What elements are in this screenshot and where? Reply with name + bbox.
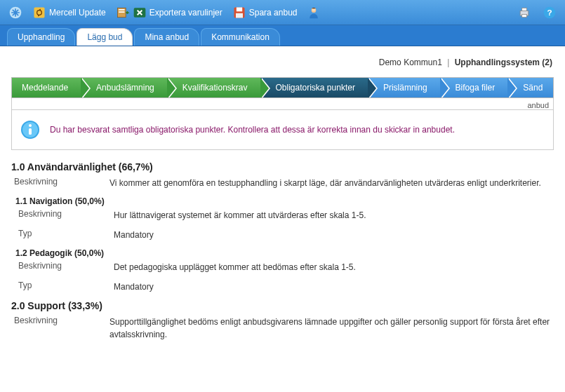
toolbar-label: Mercell Update [49, 8, 106, 18]
info-box: Du har besvarat samtliga obligatoriska p… [11, 109, 554, 150]
svg-rect-7 [237, 7, 242, 11]
kv-row: Beskrivning Supporttillgänglighet bedöms… [11, 316, 554, 341]
toolbar-left: Mercell Update Exportera varulinjer Spar… [6, 4, 514, 21]
wizard-step-anbudslamning[interactable]: Anbudslämning [81, 78, 167, 97]
label-typ: Typ [15, 281, 114, 290]
section-title: 1.0 Användarvänlighet (66,7%) [11, 161, 554, 173]
svg-rect-19 [29, 128, 32, 135]
sub-type: Mandatory [114, 229, 554, 241]
export-lines-button[interactable]: Exportera varulinjer [113, 4, 225, 21]
export-icon [116, 6, 130, 20]
tab-kommunikation[interactable]: Kommunikation [201, 28, 280, 46]
kv-row: Beskrivning Det pedagogiska upplägget ko… [15, 261, 554, 273]
svg-text:?: ? [547, 8, 552, 17]
save-bid-button[interactable]: Spara anbud [230, 4, 300, 21]
print-button[interactable] [514, 4, 534, 21]
svg-rect-4 [119, 11, 124, 13]
user-icon[interactable] [304, 4, 324, 21]
section-description: Supporttillgänglighet bedöms enligt anbu… [109, 316, 554, 341]
label-typ: Typ [15, 229, 114, 238]
sub-type: Mandatory [114, 281, 554, 293]
label-beskrivning: Beskrivning [15, 261, 114, 271]
top-toolbar: Mercell Update Exportera varulinjer Spar… [0, 0, 565, 25]
wizard-step-obligatoriska[interactable]: Obligatoriska punkter [260, 78, 368, 97]
hanging-label: anbud [11, 98, 554, 109]
help-icon: ? [543, 6, 557, 20]
svg-rect-13 [522, 14, 527, 17]
mercell-update-button[interactable]: Mercell Update [29, 4, 109, 21]
sub-description: Det pedagogiska upplägget kommer att bed… [114, 261, 554, 273]
toolbar-label: Exportera varulinjer [149, 8, 222, 18]
separator: | [447, 58, 449, 67]
label-beskrivning: Beskrivning [11, 177, 109, 187]
svg-rect-1 [34, 7, 45, 18]
kv-row: Typ Mandatory [15, 229, 554, 241]
section-description: Vi kommer att genomföra en testupphandli… [109, 177, 554, 189]
label-beskrivning: Beskrivning [11, 316, 109, 325]
excel-icon [133, 6, 147, 20]
sub-section: 1.1 Navigation (50,0%) Beskrivning Hur l… [15, 196, 554, 293]
info-text: Du har besvarat samtliga obligatoriska p… [50, 125, 455, 135]
sub-title: 1.1 Navigation (50,0%) [15, 196, 554, 206]
section-title: 2.0 Support (33,3%) [11, 300, 554, 311]
wizard-step-meddelande[interactable]: Meddelande [12, 78, 81, 97]
save-icon [232, 6, 246, 20]
tab-lagg-bud[interactable]: Lägg bud [77, 28, 133, 46]
sub-description: Hur lättnavigerat systemet är kommer att… [114, 209, 554, 222]
toolbar-right: ? [514, 4, 559, 21]
kv-row: Beskrivning Vi kommer att genomföra en t… [11, 177, 554, 189]
wizard-step-bifoga-filer[interactable]: Bifoga filer [440, 78, 508, 97]
info-icon [20, 120, 40, 140]
toolbar-label: Spara anbud [249, 8, 298, 18]
asterisk-icon[interactable] [6, 4, 25, 21]
svg-rect-12 [522, 8, 527, 11]
printer-icon [517, 6, 531, 20]
kv-row: Beskrivning Hur lättnavigerat systemet ä… [15, 209, 554, 222]
breadcrumb: Demo Kommun1 | Upphandlingssystem (2) [11, 53, 554, 77]
wizard-step-prislamning[interactable]: Prislämning [368, 78, 440, 97]
content-area: Demo Kommun1 | Upphandlingssystem (2) Me… [0, 46, 565, 341]
main-tabs: Upphandling Lägg bud Mina anbud Kommunik… [0, 25, 565, 46]
context-org: Demo Kommun1 [379, 58, 442, 67]
sub-title: 1.2 Pedagogik (50,0%) [15, 248, 554, 258]
label-beskrivning: Beskrivning [15, 209, 114, 219]
tab-mina-anbud[interactable]: Mina anbud [134, 28, 199, 46]
help-button[interactable]: ? [540, 4, 559, 21]
kv-row: Typ Mandatory [15, 281, 554, 293]
context-system: Upphandlingssystem (2) [455, 58, 552, 67]
svg-rect-8 [236, 13, 243, 18]
svg-rect-3 [119, 9, 124, 11]
wizard-steps: Meddelande Anbudslämning Kvalifikationsk… [11, 77, 554, 98]
wizard-step-kvalifikationskrav[interactable]: Kvalifikationskrav [167, 78, 260, 97]
refresh-icon [32, 6, 46, 20]
svg-point-18 [29, 124, 32, 127]
tab-upphandling[interactable]: Upphandling [7, 28, 75, 46]
